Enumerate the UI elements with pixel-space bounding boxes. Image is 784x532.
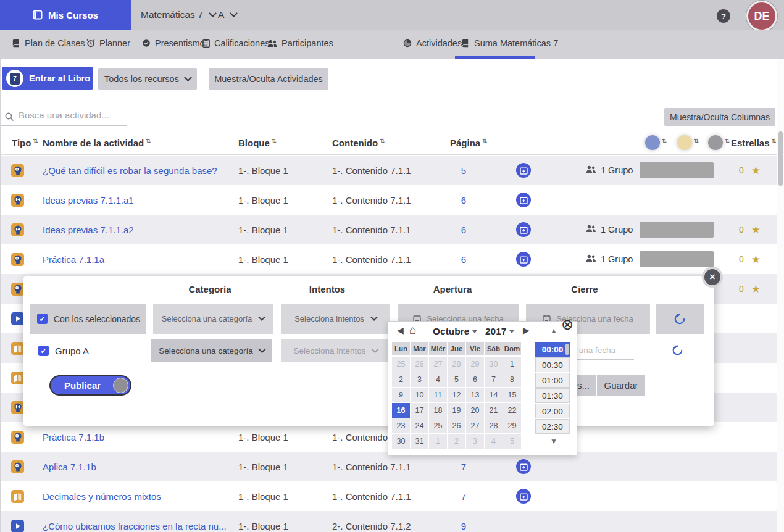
- activity-link[interactable]: Práctica 7.1.1a: [43, 244, 104, 274]
- category-select-group-a[interactable]: Selecciona una categoría: [151, 339, 272, 362]
- day-cell[interactable]: 17: [411, 403, 428, 418]
- day-cell[interactable]: 16: [392, 403, 410, 418]
- schedule-calendar-button[interactable]: [516, 459, 531, 474]
- day-cell[interactable]: 25: [392, 357, 410, 372]
- day-cell[interactable]: 25: [429, 418, 447, 433]
- day-cell[interactable]: 12: [448, 388, 465, 402]
- day-cell[interactable]: 30: [392, 434, 410, 449]
- time-option[interactable]: 01:00: [535, 373, 570, 388]
- time-option[interactable]: 02:30: [535, 419, 570, 434]
- day-cell[interactable]: 4: [485, 434, 503, 449]
- day-cell[interactable]: 2: [392, 372, 410, 387]
- day-cell[interactable]: 28: [485, 418, 503, 433]
- vertical-scrollbar[interactable]: [777, 59, 784, 532]
- checkbox-selected[interactable]: ✓: [37, 314, 48, 324]
- time-scroll-up-icon[interactable]: ▲: [546, 326, 561, 335]
- toggle-activities-button[interactable]: Muestra/Oculta Actividades: [209, 68, 328, 90]
- day-cell[interactable]: 8: [503, 372, 521, 387]
- day-cell[interactable]: 10: [411, 388, 428, 402]
- enter-book-button[interactable]: 7 Entrar al Libro: [2, 67, 93, 90]
- page-link[interactable]: 6: [445, 185, 482, 215]
- day-cell[interactable]: 26: [448, 418, 465, 433]
- group-count[interactable]: 1 Grupo: [586, 215, 633, 244]
- tab-actividades[interactable]: Actividades: [403, 30, 462, 57]
- day-cell[interactable]: 31: [411, 434, 428, 449]
- time-scroll-down-icon[interactable]: ▼: [546, 437, 561, 446]
- activity-link[interactable]: ¿Cómo ubicamos fracciones en la recta nu…: [43, 511, 227, 532]
- day-cell[interactable]: 20: [466, 403, 484, 418]
- tab-calificaciones[interactable]: Calificaciones: [202, 30, 269, 57]
- day-cell[interactable]: 24: [411, 418, 428, 433]
- col-bloque[interactable]: Bloque⇅: [238, 131, 277, 154]
- activity-link[interactable]: Aplica 7.1.1b: [43, 452, 96, 481]
- schedule-calendar-button[interactable]: [516, 489, 531, 504]
- page-link[interactable]: 6: [445, 215, 482, 244]
- avatar[interactable]: DE: [746, 1, 777, 31]
- page-link[interactable]: 6: [445, 244, 482, 274]
- scrollbar-thumb[interactable]: [778, 131, 783, 186]
- publish-toggle-button[interactable]: Publicar: [49, 375, 131, 396]
- col-pagina[interactable]: Página⇅: [450, 131, 488, 154]
- schedule-calendar-button[interactable]: [516, 252, 531, 267]
- next-month-icon[interactable]: ▶: [523, 325, 530, 335]
- activity-link[interactable]: Decimales y números mixtos: [43, 481, 161, 511]
- home-icon[interactable]: ⌂: [409, 323, 416, 337]
- day-cell[interactable]: 11: [429, 388, 447, 402]
- day-cell[interactable]: 18: [429, 403, 447, 418]
- day-cell[interactable]: 5: [448, 372, 465, 387]
- col-circle-blue[interactable]: ⇅: [645, 131, 667, 154]
- category-select-all[interactable]: Selecciona una categoría: [153, 304, 273, 334]
- day-cell[interactable]: 1: [503, 357, 521, 372]
- tab-suma-matematicas-7[interactable]: Suma Matemáticas 7: [462, 30, 558, 57]
- day-cell[interactable]: 21: [485, 403, 503, 418]
- search-input[interactable]: [17, 109, 126, 121]
- schedule-calendar-button[interactable]: [516, 163, 531, 178]
- save-button[interactable]: Guardar: [597, 375, 645, 396]
- stars-cell[interactable]: 0★: [739, 215, 761, 244]
- day-cell[interactable]: 5: [503, 434, 521, 449]
- intents-select-all[interactable]: Selecciona intentos: [281, 304, 390, 334]
- stars-cell[interactable]: 0★: [739, 274, 761, 304]
- col-circle-tan[interactable]: ⇅: [677, 131, 699, 154]
- resources-dropdown[interactable]: Todos los recursos: [98, 68, 197, 90]
- time-scrollbar-thumb[interactable]: [565, 344, 569, 355]
- day-cell[interactable]: 7: [485, 372, 503, 387]
- day-cell[interactable]: 14: [485, 388, 503, 402]
- day-cell[interactable]: 13: [466, 388, 484, 402]
- day-cell[interactable]: 4: [429, 372, 447, 387]
- day-cell[interactable]: 27: [429, 357, 447, 372]
- help-button[interactable]: ?: [717, 9, 730, 23]
- activity-link[interactable]: Ideas previas 7.1.1.a1: [43, 185, 134, 215]
- day-cell[interactable]: 29: [503, 418, 521, 433]
- day-cell[interactable]: 19: [448, 403, 465, 418]
- page-link[interactable]: 5: [445, 156, 482, 185]
- close-icon[interactable]: ×: [704, 269, 720, 285]
- activity-link[interactable]: Práctica 7.1.1b: [43, 422, 104, 452]
- day-cell[interactable]: 22: [503, 403, 521, 418]
- year-dropdown[interactable]: 2017: [485, 326, 514, 337]
- time-option[interactable]: 00:30: [535, 357, 570, 372]
- day-cell[interactable]: 3: [466, 434, 484, 449]
- tab-presentismo[interactable]: Presentismo: [142, 30, 205, 57]
- group-count[interactable]: 1 Grupo: [586, 244, 633, 274]
- time-option[interactable]: 00:00: [535, 342, 570, 357]
- page-link[interactable]: 7: [445, 481, 482, 511]
- group-count[interactable]: 1 Grupo: [586, 156, 633, 185]
- day-cell[interactable]: 9: [392, 388, 410, 402]
- schedule-calendar-button[interactable]: [516, 222, 531, 237]
- time-option[interactable]: 01:30: [535, 388, 570, 403]
- tab-planner[interactable]: Planner: [86, 30, 130, 57]
- col-nombre[interactable]: Nombre de la actividad⇅: [43, 131, 151, 154]
- month-dropdown[interactable]: Octubre: [433, 326, 477, 337]
- course-dropdown[interactable]: Matemáticas 7: [141, 0, 215, 30]
- day-cell[interactable]: 27: [466, 418, 484, 433]
- day-cell[interactable]: 30: [485, 357, 503, 372]
- day-cell[interactable]: 23: [392, 418, 410, 433]
- col-circle-gray[interactable]: ⇅: [708, 131, 730, 154]
- tab-participantes[interactable]: Participantes: [267, 30, 333, 57]
- day-cell[interactable]: 26: [411, 357, 428, 372]
- day-cell[interactable]: 1: [429, 434, 447, 449]
- day-cell[interactable]: 29: [466, 357, 484, 372]
- activity-link[interactable]: ¿Qué tan difícil es robar la segunda bas…: [43, 156, 217, 185]
- schedule-calendar-button[interactable]: [516, 193, 531, 207]
